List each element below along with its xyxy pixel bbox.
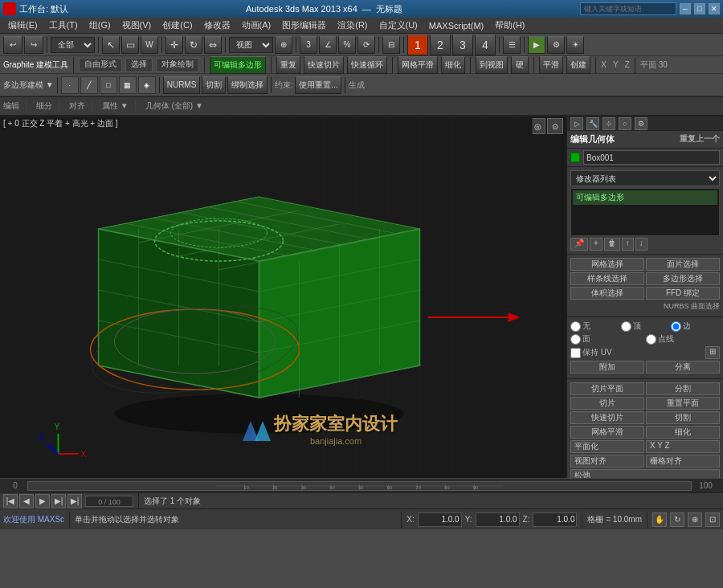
mod-delete-btn[interactable]: 🗑 — [604, 238, 620, 251]
divide-btn[interactable]: 分割 — [646, 382, 720, 395]
refine-op-btn[interactable]: 细化 — [646, 426, 720, 439]
graphite-smooth-btn[interactable]: 平滑 — [539, 56, 563, 74]
close-button[interactable]: ✕ — [709, 3, 720, 14]
modifier-list-area[interactable]: 可编辑多边形 — [570, 188, 720, 236]
menu-views[interactable]: 视图(V) — [117, 18, 157, 33]
radio-none[interactable] — [570, 321, 581, 332]
maximize-button[interactable]: □ — [694, 3, 705, 14]
rotate-tool[interactable]: ↻ — [185, 36, 202, 54]
object-color-indicator[interactable] — [570, 153, 580, 162]
activeshade-button[interactable]: ☀ — [566, 36, 584, 54]
rp-icon-hierarchy[interactable]: ⊹ — [602, 117, 615, 130]
mesh-sel-btn[interactable]: 网格选择 — [570, 258, 644, 271]
nav-pan-btn[interactable]: ✋ — [652, 512, 667, 527]
graphite-meshsmooth-btn[interactable]: 网格平滑 — [398, 56, 438, 74]
graphite-toview-btn[interactable]: 到视图 — [476, 56, 508, 74]
select-tool[interactable]: ↖ — [102, 36, 120, 54]
timeline-track[interactable]: 10 20 30 40 50 60 70 80 90 — [27, 481, 692, 491]
minimize-button[interactable]: ─ — [680, 3, 691, 14]
ref-coord-select[interactable]: 视图 — [229, 37, 273, 53]
spline-sel-btn[interactable]: 样条线选择 — [570, 272, 644, 285]
border-sel-btn[interactable]: □ — [100, 76, 117, 94]
rp-icon-motion[interactable]: ▷ — [570, 117, 583, 130]
view-align-btn[interactable]: 视图对齐 — [570, 455, 644, 468]
graphite-repeat-btn[interactable]: 重复 — [276, 56, 300, 74]
snap-percent-button[interactable]: % — [338, 36, 356, 54]
menu-render[interactable]: 渲染(R) — [333, 18, 372, 33]
graphite-hard-btn[interactable]: 硬 — [511, 56, 529, 74]
relax-btn[interactable]: 松弛 — [570, 469, 720, 478]
nurms-btn[interactable]: NURMS — [163, 76, 201, 94]
use-soft-btn[interactable]: 使用重置... — [295, 76, 341, 94]
radio-edge[interactable] — [671, 321, 681, 332]
num1-btn[interactable]: 1 — [407, 35, 428, 55]
slice-btn[interactable]: 切片 — [570, 397, 644, 410]
snap-3d-button[interactable]: 3 — [300, 36, 317, 54]
anim-next-btn[interactable]: ▶| — [51, 494, 66, 508]
z-coord[interactable] — [533, 512, 577, 527]
preserve-uv-cb[interactable] — [570, 348, 581, 358]
cut-btn[interactable]: 切割 — [202, 76, 226, 94]
menu-create[interactable]: 创建(C) — [157, 18, 197, 33]
nav-orbit-btn[interactable]: ↻ — [670, 512, 684, 527]
ffdbind-btn[interactable]: FFD 绑定 — [646, 287, 720, 300]
menu-animation[interactable]: 动画(A) — [237, 18, 276, 33]
mod-down-btn[interactable]: ↓ — [635, 238, 647, 251]
slice-plane-btn[interactable]: 切片平面 — [570, 382, 644, 395]
menu-customize[interactable]: 自定义(U) — [374, 18, 423, 33]
move-tool[interactable]: ✛ — [165, 36, 183, 54]
menu-maxscript[interactable]: MAXScript(M) — [424, 19, 488, 32]
vol-sel-btn[interactable]: 体积选择 — [570, 287, 644, 300]
layer-mgr-button[interactable]: ☰ — [503, 36, 521, 54]
graphite-create-btn[interactable]: 创建 — [566, 56, 590, 74]
render-button[interactable]: ▶ — [528, 36, 545, 54]
anim-play-btn[interactable]: ▶ — [35, 494, 50, 508]
snap-spinner-button[interactable]: ⟳ — [357, 36, 375, 54]
radio-vertex[interactable] — [621, 321, 631, 332]
reset-plane-btn[interactable]: 重置平面 — [646, 397, 720, 410]
num3-btn[interactable]: 3 — [452, 35, 473, 55]
flatten-btn[interactable]: 平面化 — [570, 440, 644, 453]
snap-angle-button[interactable]: ∠ — [319, 36, 337, 54]
meshsmooth-op-btn[interactable]: 网格平滑 — [570, 426, 644, 439]
y-coord[interactable] — [476, 512, 520, 527]
graphite-quickloop-btn[interactable]: 快速循环 — [347, 56, 387, 74]
graphite-poly-btn[interactable]: 可编辑多边形 — [210, 56, 266, 74]
edge-sel-btn[interactable]: ╱ — [80, 76, 98, 94]
object-name-input[interactable] — [583, 150, 720, 165]
vertex-sel-btn[interactable]: · — [61, 76, 79, 94]
menu-graph-editor[interactable]: 图形编辑器 — [277, 18, 331, 33]
mod-pin-btn[interactable]: 📌 — [570, 238, 588, 251]
select-region-tool[interactable]: ▭ — [121, 36, 139, 54]
menu-help[interactable]: 帮助(H) — [490, 18, 529, 33]
menu-modifiers[interactable]: 修改器 — [199, 18, 235, 33]
scale-tool[interactable]: ⇔ — [204, 36, 222, 54]
mirror-button[interactable]: ⊟ — [382, 36, 400, 54]
attach-btn[interactable]: 附加 — [570, 361, 644, 374]
mod-up-btn[interactable]: ↑ — [622, 238, 634, 251]
menu-edit[interactable]: 编辑(E) — [3, 18, 43, 33]
search-input[interactable] — [580, 2, 676, 15]
graphite-selection-tab[interactable]: 选择 — [125, 58, 153, 72]
num4-btn[interactable]: 4 — [475, 35, 496, 55]
editable-poly-item[interactable]: 可编辑多边形 — [573, 190, 717, 205]
anim-prev-btn[interactable]: ◀ — [19, 494, 34, 508]
constraint-btn[interactable]: 绑制选择 — [227, 76, 268, 94]
menu-group[interactable]: 组(G) — [84, 18, 116, 33]
graphite-quickslice-btn[interactable]: 快速切片 — [304, 56, 344, 74]
element-sel-btn[interactable]: ◈ — [138, 76, 156, 94]
render-settings-button[interactable]: ⚙ — [547, 36, 565, 54]
modifier-list-dropdown[interactable]: 修改器列表 — [570, 170, 720, 186]
detach-btn[interactable]: 分离 — [646, 361, 720, 374]
poly-sel-btn[interactable]: 多边形选择 — [646, 272, 720, 285]
x-coord[interactable] — [418, 512, 462, 527]
face-sel-btn[interactable]: ▦ — [119, 76, 137, 94]
xyz-btn[interactable]: X Y Z — [646, 440, 720, 453]
select-window-tool[interactable]: W — [141, 36, 158, 54]
redo-button[interactable]: ↪ — [24, 36, 43, 54]
rp-icon-display[interactable]: ○ — [619, 117, 631, 130]
menu-tools[interactable]: 工具(T) — [44, 18, 83, 33]
graphite-objpaint-tab[interactable]: 对象绘制 — [156, 58, 199, 72]
nav-zoom-btn[interactable]: ⊕ — [688, 512, 702, 527]
anim-start-btn[interactable]: |◀ — [3, 494, 18, 508]
